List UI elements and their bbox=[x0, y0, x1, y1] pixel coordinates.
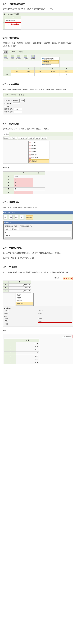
tip1-body: 在单元格中某个字符后按alt+回车键，即可强制把光标换到下一行中。 bbox=[2, 7, 74, 10]
between[interactable]: 介于(B)... bbox=[28, 147, 49, 150]
copy-item[interactable]: 复制(C) bbox=[16, 296, 33, 299]
text-contains[interactable]: 文本包含(T)... bbox=[28, 153, 49, 156]
tip7-result: 10,000.00 金额 247.84 36.30 45.57 544.09 6… bbox=[2, 334, 74, 364]
callout: 按alt+回车键换行 bbox=[5, 22, 21, 26]
greater-than[interactable]: 大于(G)... bbox=[28, 141, 49, 144]
tip5-illustration: 数据 审阅 视图 连接 排序 筛选 分列 删除重复项 删除重复项 若要删除重复值… bbox=[2, 211, 74, 240]
print-area-btn[interactable]: 打印区域 bbox=[11, 94, 16, 96]
col-checkbox[interactable]: ✓ bbox=[5, 235, 6, 236]
freeze-split[interactable]: 冻结拆分窗格(F) bbox=[42, 58, 59, 60]
sample-grid: ABCDE 1银行网点科目标题4标题5 3811297 bbox=[3, 67, 73, 76]
arrange-icon[interactable] bbox=[24, 55, 28, 58]
tip4-heading: 技巧4、查找重复值 bbox=[2, 122, 74, 125]
formula-content: excel精英培训 bbox=[10, 13, 19, 16]
cut-item[interactable]: 剪切(T) bbox=[16, 294, 33, 296]
unselect-all-btn[interactable]: 取消全选(U) bbox=[11, 228, 19, 230]
tip2-body: 选取第2行，视图 - 冻结窗格 - 冻结首行（或选取第2行 - 冻结窗格）冻结后… bbox=[2, 42, 74, 48]
divide-option[interactable]: ● 除(I) bbox=[38, 320, 72, 323]
tip7-illustration: 10000.00 输入1万并复制 B 21,652,355.00 3542,25… bbox=[2, 276, 74, 326]
color-scales[interactable]: 色阶(S) bbox=[35, 137, 40, 140]
print-area-input[interactable] bbox=[12, 102, 20, 104]
tip5-body: 选取含重复值的单元格区域，数据 - 删除重复值。 bbox=[2, 206, 74, 209]
freeze-menu: 冻结拆分窗格(F) 冻结首行(R) 冻结首列(C) bbox=[41, 57, 59, 67]
tip4-result: AB 1姓名 2A 3B 4A 5C 6B bbox=[2, 171, 74, 194]
duplicate-values[interactable]: 重复值(D)... bbox=[28, 160, 49, 163]
date-occurring[interactable]: 发生日期(A)... bbox=[28, 156, 49, 160]
context-menu: 剪切(T) 复制(C) 粘贴选项: 选择性粘贴(S)... bbox=[16, 293, 34, 306]
less-than[interactable]: 小于(L)... bbox=[28, 144, 49, 147]
tab-dev[interactable]: 开发工具 bbox=[10, 50, 16, 54]
tip3-body: 如果想在打印时每一页都显示标题，页面布局 - 打印标题 - 首端标题行：选取要显… bbox=[2, 88, 74, 91]
tip2-illustration: 视图 开发工具 加载项 显示比例 100% 新建窗口 全部重排 冻结窗格 冻结拆… bbox=[2, 50, 74, 76]
highlight-rules[interactable]: 突出显示单元格规则(H) bbox=[4, 137, 17, 140]
tip3-heading: 技巧3、打印标题行 bbox=[2, 82, 74, 86]
tab-data[interactable]: 数据 bbox=[3, 212, 6, 214]
tip4-illustration: 条件格式 突出显示单元格规则(H) 项目选取规则(T) 数据条(D) 色阶(S)… bbox=[2, 132, 74, 164]
data-bars[interactable]: 数据条(D) bbox=[28, 137, 34, 140]
result-label: 显示效果： bbox=[2, 166, 74, 169]
top-row-input[interactable]: $1:$1 bbox=[14, 108, 22, 110]
highlight-submenu: 大于(G)... 小于(L)... 介于(B)... 等于(E)... 文本包含… bbox=[28, 141, 49, 163]
tip7-body: 在一个空单元格输入10000（建议设置数字格式和边框）- 复制它 - 选择性粘贴… bbox=[2, 271, 74, 274]
tip6-heading: 技巧6、快速输入对号√ bbox=[2, 246, 74, 250]
remove-dup-dialog: 删除重复项 若要删除重复值，请选择一个或多个包含重复值的列。 全选(A) 取消全… bbox=[4, 221, 72, 239]
tab-review[interactable]: 审阅 bbox=[8, 212, 10, 214]
freeze-top-row[interactable]: 冻结首行(R) bbox=[42, 60, 59, 64]
text-to-cols-btn[interactable]: 分列 bbox=[20, 215, 24, 219]
tip1-heading: 技巧1、单元格内强制换行 bbox=[2, 2, 74, 6]
tip6-body1: 在excel中输入符号最快的方式就是利用 alt+数字 的方式，比如输入√，你可… bbox=[2, 252, 74, 255]
print-titles-btn[interactable]: 打印标题 bbox=[19, 94, 24, 96]
freeze-icon[interactable] bbox=[32, 55, 34, 58]
left-col-input[interactable] bbox=[14, 111, 22, 113]
icon-sets[interactable]: 图标集(I) bbox=[41, 137, 47, 140]
freeze-first-col[interactable]: 冻结首列(C) bbox=[42, 64, 59, 66]
tip1-illustration: A1✓ fxexcel精英培训 A 1excel精英培训 2按alt+回车键换行… bbox=[2, 12, 74, 30]
tab-view[interactable]: 视图 bbox=[3, 50, 8, 54]
tip3-illustration: 页面设置 打印区域 打印标题 页面页边距页眉/页脚工作表 打印区域(A): 打印… bbox=[2, 93, 74, 116]
top-bottom-rules[interactable]: 项目选取规则(T) bbox=[18, 137, 28, 140]
tip4-body: 选取数据区域 - 开始 - 条件格式 - 突出显示单元格规则 - 重复值。 bbox=[2, 127, 74, 130]
newwin-icon[interactable] bbox=[17, 55, 20, 58]
tab-addins[interactable]: 加载项 bbox=[18, 50, 24, 54]
filter-btn[interactable]: 筛选 bbox=[14, 215, 18, 219]
connections-btn[interactable]: 连接 bbox=[4, 215, 7, 219]
tip6-body2: 按alt不松，然后按小键盘的数字键：41420 bbox=[2, 256, 74, 260]
callout-label: 输入1万并复制 bbox=[63, 277, 73, 280]
hundred-icon[interactable] bbox=[11, 55, 14, 58]
tab-view2[interactable]: 视图 bbox=[12, 212, 15, 214]
remove-dup-btn[interactable]: 删除重复项 bbox=[26, 215, 33, 219]
paste-opts-item[interactable]: 粘贴选项: bbox=[16, 299, 33, 302]
equal-to[interactable]: 等于(E)... bbox=[28, 150, 49, 153]
page-setup-dialog: 页面页边距页眉/页脚工作表 打印区域(A): 打印标题 顶端标题行(R):$1:… bbox=[3, 97, 73, 115]
select-all-btn[interactable]: 全选(A) bbox=[5, 228, 10, 230]
ten-thousand-cell[interactable]: 10000.00 bbox=[51, 277, 62, 280]
after-label: 转换后 bbox=[2, 329, 74, 332]
page-setup-btn[interactable]: 页面设置 bbox=[3, 94, 8, 96]
cell-a1[interactable]: excel精英培训 bbox=[5, 19, 21, 22]
cond-format-btn[interactable]: 条件格式 bbox=[3, 132, 9, 136]
zoom-icon[interactable] bbox=[4, 55, 7, 58]
tip2-heading: 技巧2、锁定标题行 bbox=[2, 36, 74, 40]
paste-special-dialog: 选择性粘贴 ○ 全部(A) ○ 公式(F) ○ 数值(V) ○ 格式(T) 运算… bbox=[3, 306, 73, 326]
paste-special-item[interactable]: 选择性粘贴(S)... bbox=[16, 302, 33, 305]
sort-btn[interactable]: 排序 bbox=[9, 215, 12, 219]
tip7-heading: 技巧7、万元显示 bbox=[2, 266, 74, 269]
cell-ref: A1 bbox=[3, 13, 5, 16]
tip5-heading: 技巧5、删除重复值 bbox=[2, 200, 74, 204]
